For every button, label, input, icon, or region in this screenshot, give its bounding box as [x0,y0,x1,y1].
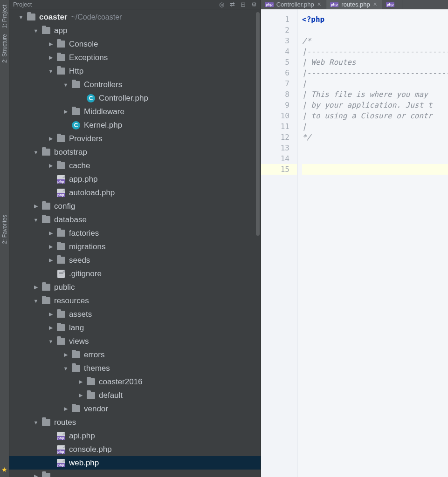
editor-tab[interactable]: php [382,0,403,9]
code-line[interactable]: |-------------------------------- [302,46,448,57]
tool-window-favorites[interactable]: 2: Favorites [1,215,8,244]
chevron-right-icon[interactable]: ▶ [48,55,54,61]
tree-folder[interactable]: ▶migrations [9,240,261,253]
chevron-right-icon[interactable]: ▶ [48,41,54,48]
code-line[interactable]: | This file is where you may [302,89,448,100]
chevron-down-icon[interactable]: ▼ [33,149,39,156]
editor-tab[interactable]: phpController.php✕ [261,0,326,9]
php-file-icon [57,189,65,197]
settings-gear-icon[interactable]: ⚙ [251,1,257,8]
chevron-right-icon[interactable]: ▶ [48,230,54,237]
chevron-right-icon[interactable]: ▶ [48,257,54,264]
tree-file[interactable]: ▶api.php [9,429,261,443]
code-line[interactable]: | Web Routes [302,57,448,68]
project-tree[interactable]: ▼coaster~/Code/coaster▼app▶Console▶Excep… [9,9,261,477]
tree-folder[interactable]: ▶assets [9,307,261,321]
editor-tab[interactable]: phproutes.php✕ [326,0,382,9]
code-line[interactable]: <?php [302,14,448,25]
chevron-right-icon[interactable]: ▶ [48,325,54,331]
tree-folder[interactable]: ▼views [9,334,261,348]
chevron-right-icon[interactable]: ▶ [48,244,54,250]
chevron-right-icon[interactable]: ▶ [77,392,84,399]
tree-folder[interactable]: ▶coaster2016 [9,375,261,388]
code-line[interactable]: |-------------------------------- [302,68,448,78]
tree-folder[interactable]: ▶errors [9,348,261,361]
sidebar-panel-label: Project [13,1,32,8]
chevron-down-icon[interactable]: ▼ [33,217,39,223]
tree-folder[interactable]: ▶factories [9,226,261,240]
chevron-right-icon[interactable]: ▶ [62,109,69,115]
tree-folder[interactable]: ▶Middleware [9,105,261,118]
tree-file[interactable]: ▶.gitignore [9,267,261,280]
close-icon[interactable]: ✕ [317,1,321,7]
tree-folder[interactable]: ▶public [9,280,261,294]
chevron-right-icon[interactable]: ▶ [33,203,39,210]
scrollbar-thumb[interactable] [256,12,260,236]
chevron-down-icon[interactable]: ▼ [62,82,69,88]
target-icon[interactable]: ◎ [219,1,224,8]
tree-file[interactable]: ▶console.php [9,443,261,456]
chevron-right-icon[interactable]: ▶ [48,311,54,318]
tree-folder[interactable]: ▼database [9,213,261,226]
tree-folder[interactable]: ▼coaster~/Code/coaster [9,10,261,24]
tree-folder[interactable]: ▼themes [9,361,261,375]
chevron-down-icon[interactable]: ▼ [18,14,24,20]
tree-folder[interactable]: ▼bootstrap [9,145,261,159]
code-line[interactable]: | by your application. Just t [302,100,448,110]
tree-folder[interactable]: ▶config [9,199,261,213]
tree-folder[interactable]: ▼Controllers [9,78,261,91]
tool-window-project[interactable]: 1: Project [1,5,8,28]
tree-file[interactable]: ▶CKernel.php [9,118,261,132]
code-area[interactable]: <?php/*|--------------------------------… [297,9,448,477]
chevron-right-icon[interactable]: ▶ [48,163,54,169]
line-number: 12 [261,132,289,143]
code-line[interactable]: | [302,121,448,132]
chevron-right-icon[interactable]: ▶ [48,136,54,142]
tree-folder[interactable]: ▼resources [9,294,261,307]
left-vertical-toolbar: 1: Project 2: Structure 2: Favorites ★ [0,0,9,477]
code-line[interactable] [302,164,448,175]
chevron-right-icon[interactable]: ▶ [33,284,39,291]
code-line[interactable] [302,153,448,164]
tree-folder[interactable]: ▶default [9,388,261,402]
tree-folder[interactable]: ▶ [9,470,261,477]
tree-file[interactable]: ▶autoload.php [9,186,261,199]
tool-window-structure[interactable]: 2: Structure [1,34,8,63]
tree-folder[interactable]: ▶cache [9,159,261,172]
chevron-down-icon[interactable]: ▼ [33,27,39,34]
tree-folder[interactable]: ▶Console [9,37,261,51]
close-icon[interactable]: ✕ [373,1,377,7]
code-line[interactable] [302,25,448,35]
chevron-down-icon[interactable]: ▼ [33,419,39,426]
chevron-right-icon[interactable]: ▶ [77,379,84,385]
tree-file[interactable]: ▶app.php [9,172,261,186]
code-line[interactable]: /* [302,35,448,46]
chevron-right-icon[interactable]: ▶ [62,406,69,412]
chevron-right-icon[interactable]: ▶ [33,473,39,477]
tree-folder[interactable]: ▼routes [9,416,261,429]
tree-folder[interactable]: ▶vendor [9,402,261,416]
chevron-down-icon[interactable]: ▼ [33,298,39,304]
chevron-down-icon[interactable]: ▼ [48,68,54,75]
tree-folder[interactable]: ▶lang [9,321,261,334]
code-line[interactable]: | [302,78,448,89]
line-number: 9 [261,100,289,110]
tree-folder[interactable]: ▶Providers [9,132,261,145]
code-line[interactable]: | to using a Closure or contr [302,110,448,121]
autoscroll-icon[interactable]: ⇄ [230,1,235,8]
tree-folder[interactable]: ▶Exceptions [9,51,261,64]
folder-icon [42,472,50,477]
collapse-icon[interactable]: ⊟ [241,1,246,8]
code-line[interactable] [302,143,448,153]
tree-file[interactable]: ▶web.php [9,456,261,470]
php-file-icon [57,432,65,440]
tree-folder[interactable]: ▼app [9,24,261,37]
tree-folder[interactable]: ▼Http [9,64,261,78]
tree-folder[interactable]: ▶seeds [9,253,261,267]
chevron-down-icon[interactable]: ▼ [48,338,54,345]
chevron-right-icon[interactable]: ▶ [62,352,69,358]
tab-label: Controller.php [276,1,314,8]
tree-file[interactable]: ▶CController.php [9,91,261,105]
chevron-down-icon[interactable]: ▼ [62,365,69,372]
code-line[interactable]: */ [302,132,448,143]
